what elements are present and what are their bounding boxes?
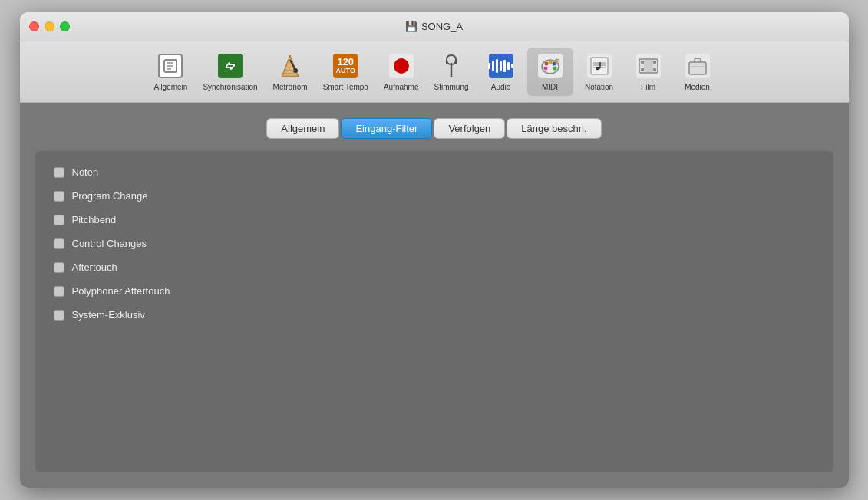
tab-laenge-beschn[interactable]: Länge beschn.: [507, 118, 601, 139]
checkbox-program-change[interactable]: [54, 191, 64, 202]
toolbar-item-synchronisation[interactable]: Synchronisation: [196, 48, 263, 96]
toolbar-item-metronom[interactable]: Metronom: [267, 48, 314, 96]
checkbox-control-changes[interactable]: [54, 238, 64, 249]
checkbox-item-control-changes[interactable]: Control Changes: [54, 238, 815, 249]
svg-rect-30: [653, 68, 656, 71]
panel: Noten Program Change Pitchbend Control C…: [35, 151, 833, 472]
medien-label: Medien: [685, 83, 710, 91]
toolbar: Allgemein Synchronisation: [20, 41, 849, 103]
tab-eingang-filter[interactable]: Eingang-Filter: [341, 118, 432, 139]
checkbox-item-noten[interactable]: Noten: [54, 166, 815, 178]
svg-rect-20: [591, 58, 608, 74]
toolbar-item-medien[interactable]: Medien: [675, 48, 721, 96]
toolbar-item-allgemein[interactable]: Allgemein: [147, 48, 193, 96]
svg-rect-32: [689, 62, 706, 74]
checkbox-item-pitchbend[interactable]: Pitchbend: [54, 214, 815, 225]
smart-tempo-label: Smart Tempo: [323, 83, 368, 91]
checkbox-polyphoner-aftertouch[interactable]: [54, 286, 64, 297]
toolbar-item-aufnahme[interactable]: Aufnahme: [378, 48, 425, 96]
svg-rect-27: [641, 61, 644, 64]
midi-label: MIDI: [542, 83, 558, 91]
checkbox-label-system-exklusiv: System-Exklusiv: [72, 309, 145, 321]
audio-label: Audio: [491, 83, 511, 91]
toolbar-item-smart-tempo[interactable]: 120 AUTO Smart Tempo: [317, 48, 375, 96]
checkbox-list: Noten Program Change Pitchbend Control C…: [54, 166, 815, 321]
toolbar-item-film[interactable]: Film: [625, 48, 672, 96]
svg-rect-31: [644, 60, 653, 72]
title-icon: 💾: [405, 21, 417, 32]
checkbox-item-aftertouch[interactable]: Aftertouch: [54, 262, 815, 273]
notation-icon: [586, 52, 613, 80]
content-area: Allgemein Eingang-Filter Verfolgen Länge…: [20, 103, 849, 488]
minimize-button[interactable]: [45, 21, 54, 31]
checkbox-item-polyphoner-aftertouch[interactable]: Polyphoner Aftertouch: [54, 285, 815, 297]
checkbox-noten[interactable]: [54, 167, 64, 178]
aufnahme-icon: [388, 52, 415, 80]
checkbox-label-aftertouch: Aftertouch: [72, 262, 117, 273]
toolbar-item-audio[interactable]: Audio: [478, 48, 524, 96]
notation-label: Notation: [585, 83, 613, 91]
svg-point-17: [553, 67, 556, 71]
checkbox-aftertouch[interactable]: [54, 262, 64, 273]
checkbox-label-polyphoner-aftertouch: Polyphoner Aftertouch: [72, 285, 170, 297]
checkbox-pitchbend[interactable]: [54, 215, 64, 225]
film-label: Film: [641, 83, 655, 91]
checkbox-item-system-exklusiv[interactable]: System-Exklusiv: [54, 309, 815, 321]
main-window: 💾 SONG_A Allgemein: [20, 12, 849, 488]
checkbox-label-noten: Noten: [72, 166, 99, 178]
toolbar-item-notation[interactable]: Notation: [576, 48, 622, 96]
film-icon: [635, 52, 662, 80]
close-button[interactable]: [29, 21, 39, 31]
audio-icon: [487, 52, 515, 80]
window-title: 💾 SONG_A: [405, 21, 463, 32]
stimmung-label: Stimmung: [434, 83, 469, 91]
stimmung-icon: [437, 52, 465, 80]
allgemein-icon: [157, 52, 184, 80]
synchronisation-icon: [216, 52, 244, 80]
svg-point-18: [543, 67, 547, 71]
title-bar: 💾 SONG_A: [20, 12, 849, 41]
checkbox-item-program-change[interactable]: Program Change: [54, 190, 815, 202]
metronom-icon: [276, 52, 304, 80]
svg-point-15: [548, 61, 552, 64]
toolbar-item-stimmung[interactable]: Stimmung: [428, 48, 475, 96]
checkbox-label-program-change: Program Change: [72, 190, 148, 202]
medien-icon: [684, 52, 711, 80]
audio-waveform: [488, 58, 513, 74]
checkbox-label-pitchbend: Pitchbend: [72, 214, 117, 225]
tab-bar: Allgemein Eingang-Filter Verfolgen Länge…: [266, 118, 601, 139]
aufnahme-label: Aufnahme: [384, 83, 419, 91]
tab-verfolgen[interactable]: Verfolgen: [434, 118, 505, 139]
maximize-button[interactable]: [60, 21, 70, 31]
tab-allgemein[interactable]: Allgemein: [266, 118, 339, 139]
checkbox-system-exklusiv[interactable]: [54, 310, 64, 321]
allgemein-label: Allgemein: [153, 83, 187, 91]
traffic-lights: [29, 21, 70, 31]
svg-point-14: [544, 62, 548, 66]
midi-icon: [536, 52, 564, 80]
svg-rect-28: [641, 68, 644, 71]
checkbox-label-control-changes: Control Changes: [72, 238, 147, 249]
svg-rect-29: [653, 61, 656, 64]
toolbar-item-midi[interactable]: MIDI: [527, 48, 573, 96]
synchronisation-label: Synchronisation: [203, 83, 257, 91]
metronom-label: Metronom: [273, 83, 308, 91]
smart-tempo-icon: 120 AUTO: [332, 52, 359, 80]
